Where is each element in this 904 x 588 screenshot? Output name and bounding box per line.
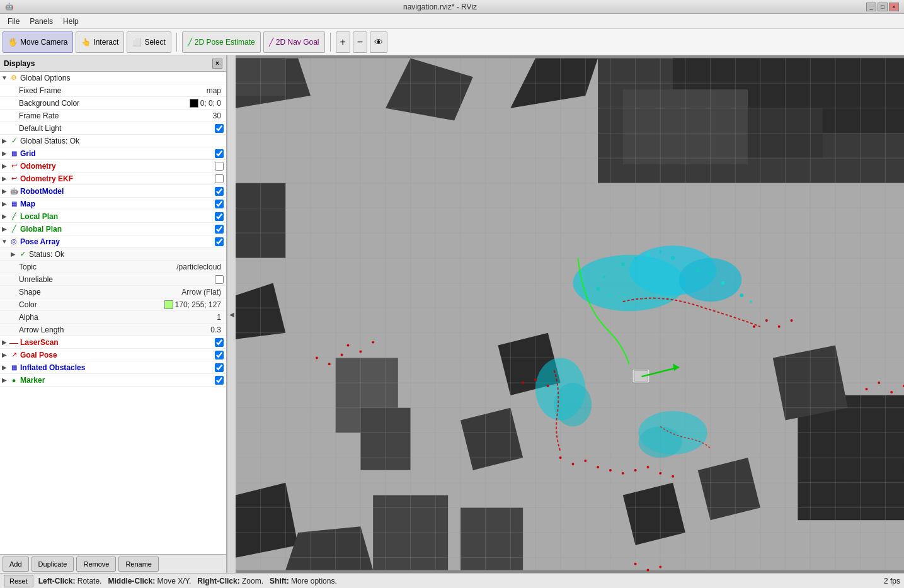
goal-pose-checkbox[interactable] [215,351,224,359]
move-camera-label: Move Camera [20,38,67,47]
tree-unreliable[interactable]: Unreliable [0,273,226,286]
reset-button[interactable]: Reset [4,575,33,587]
fixed-frame-value: map [207,86,224,95]
shift-label: Shift: [270,577,289,585]
remove-display-button[interactable]: − [353,31,367,53]
svg-point-77 [634,257,637,259]
local-plan-arrow[interactable]: ▶ [0,210,9,223]
tree-global-plan[interactable]: ▶ ╱ Global Plan [0,223,226,235]
maximize-button[interactable]: □ [878,3,888,11]
robot-model-arrow[interactable]: ▶ [0,185,9,198]
map-view[interactable] [236,55,904,573]
map-checkbox[interactable] [215,200,224,208]
svg-point-115 [753,325,755,328]
tree-frame-rate[interactable]: Frame Rate 30 [0,110,226,122]
svg-point-112 [347,344,350,347]
tree-laser-scan[interactable]: ▶ — LaserScan [0,336,226,349]
pose-status-arrow[interactable]: ▶ [9,248,18,261]
middle-click-label: Middle-Click: [108,577,155,585]
titlebar-controls[interactable]: _ □ × [866,3,899,11]
svg-point-76 [621,263,625,266]
tree-default-light[interactable]: Default Light [0,122,226,135]
pose-status-label: Status: Ok [28,250,224,259]
inflated-obstacles-checkbox[interactable] [215,363,224,372]
tree-topic[interactable]: Topic /particlecloud [0,261,226,273]
grid-arrow[interactable]: ▶ [0,147,9,160]
tree-color[interactable]: Color 170; 255; 127 [0,298,226,311]
default-light-checkbox[interactable] [215,124,224,133]
tree-inflated-obstacles[interactable]: ▶ ▦ Inflated Obstacles [0,361,226,374]
pose-array-arrow[interactable]: ▼ [0,235,9,248]
global-options-arrow[interactable]: ▼ [0,72,9,84]
tree-global-status[interactable]: ▶ ✓ Global Status: Ok [0,135,226,147]
svg-point-124 [646,569,649,572]
global-plan-arrow[interactable]: ▶ [0,223,9,235]
local-plan-label: Local Plan [19,212,215,221]
camera-button[interactable]: 👁 [370,31,387,53]
collapse-handle[interactable]: ◀ [227,55,236,573]
tree-background-color[interactable]: Background Color 0; 0; 0 [0,97,226,110]
tree-pose-array[interactable]: ▼ ◎ Pose Array [0,235,226,248]
marker-arrow[interactable]: ▶ [0,374,9,387]
menu-help[interactable]: Help [58,16,84,27]
tree-alpha[interactable]: Alpha 1 [0,311,226,324]
nav-goal-button[interactable]: ╱ 2D Nav Goal [263,31,325,53]
menu-panels[interactable]: Panels [25,16,58,27]
tree-marker[interactable]: ▶ ● Marker [0,374,226,387]
svg-point-99 [522,382,524,384]
odometry-ekf-checkbox[interactable] [215,174,224,183]
goal-pose-arrow[interactable]: ▶ [0,349,9,361]
odometry-label: Odometry [19,162,215,171]
displays-close-button[interactable]: × [212,59,222,69]
tree-goal-pose[interactable]: ▶ ↗ Goal Pose [0,349,226,361]
color-swatch[interactable] [164,300,173,309]
global-status-arrow[interactable]: ▶ [0,135,9,147]
robot-model-checkbox[interactable] [215,187,224,196]
unreliable-label: Unreliable [18,275,215,284]
local-plan-checkbox[interactable] [215,212,224,221]
add-display-button[interactable]: + [336,31,350,53]
tree-robot-model[interactable]: ▶ 🤖 RobotModel [0,185,226,198]
interact-button[interactable]: 👆 Interact [76,31,124,53]
tree-pose-status[interactable]: ▶ ✓ Status: Ok [0,248,226,261]
pose-estimate-button[interactable]: ╱ 2D Pose Estimate [182,31,261,53]
bg-color-swatch[interactable] [190,99,198,108]
tree-grid[interactable]: ▶ ▦ Grid [0,147,226,160]
global-plan-checkbox[interactable] [215,225,224,234]
tree-global-options[interactable]: ▼ ⚙ Global Options [0,72,226,84]
svg-point-97 [328,363,331,365]
unreliable-checkbox[interactable] [215,275,224,284]
move-camera-button[interactable]: 🖐 Move Camera [3,31,73,53]
tree-local-plan[interactable]: ▶ ╱ Local Plan [0,210,226,223]
tree-map[interactable]: ▶ ▦ Map [0,198,226,210]
laser-scan-arrow[interactable]: ▶ [0,336,9,349]
remove-button[interactable]: Remove [76,557,116,572]
pose-array-checkbox[interactable] [215,237,224,246]
minimize-button[interactable]: _ [866,3,876,11]
left-click-value: Rotate. [77,577,102,585]
add-button[interactable]: Add [3,557,29,572]
odometry-arrow[interactable]: ▶ [0,160,9,172]
laser-scan-label: LaserScan [19,338,215,347]
sidebar-buttons: Add Duplicate Remove Rename [0,554,226,573]
inflated-obstacles-arrow[interactable]: ▶ [0,361,9,374]
map-arrow[interactable]: ▶ [0,198,9,210]
tree-fixed-frame[interactable]: Fixed Frame map [0,84,226,97]
odometry-checkbox[interactable] [215,162,224,171]
map-icon: ▦ [9,199,19,209]
odometry-ekf-arrow[interactable]: ▶ [0,172,9,185]
viewport[interactable] [236,55,904,573]
menu-file[interactable]: File [3,16,25,27]
tree-shape[interactable]: Shape Arrow (Flat) [0,286,226,298]
close-button[interactable]: × [889,3,899,11]
select-button[interactable]: ⬜ Select [127,31,171,53]
tree-odometry[interactable]: ▶ ↩ Odometry [0,160,226,172]
duplicate-button[interactable]: Duplicate [31,557,74,572]
marker-checkbox[interactable] [215,376,224,385]
rename-button[interactable]: Rename [118,557,159,572]
laser-scan-checkbox[interactable] [215,338,224,347]
select-icon: ⬜ [132,38,142,47]
tree-arrow-length[interactable]: Arrow Length 0.3 [0,324,226,336]
grid-checkbox[interactable] [215,149,224,158]
tree-odometry-ekf[interactable]: ▶ ↩ Odometry EKF [0,172,226,185]
